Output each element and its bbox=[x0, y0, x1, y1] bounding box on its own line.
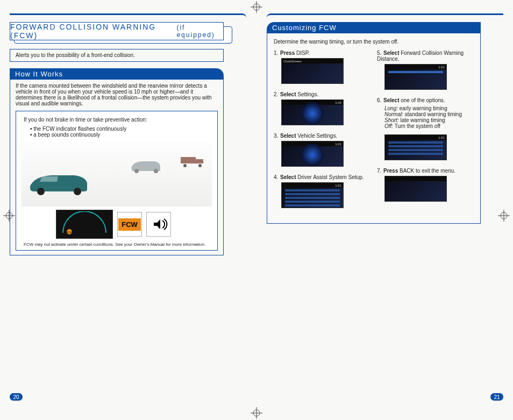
customizing-intro: Determine the warning timing, or turn th… bbox=[274, 39, 474, 45]
screen-back bbox=[384, 176, 447, 202]
page-number-left: 20 bbox=[10, 393, 23, 401]
page-title-block: FORWARD COLLISION WARNING (FCW) (if equi… bbox=[10, 22, 246, 40]
demo-bullet-1: • the FCW indicator flashes continuously bbox=[30, 126, 210, 132]
alert-text: Alerts you to the possibility of a front… bbox=[16, 52, 135, 58]
demo-intro: If you do not brake in time or take prev… bbox=[24, 117, 210, 123]
how-it-works-body: If the camera mounted between the windsh… bbox=[10, 80, 224, 255]
svg-point-18 bbox=[183, 164, 187, 167]
indicator-row: FCW FCW bbox=[24, 210, 210, 239]
svg-point-12 bbox=[37, 188, 45, 195]
fcw-badge: FCW bbox=[117, 212, 142, 237]
svg-text:FCW: FCW bbox=[66, 231, 73, 234]
fcw-options: Long: early warning timing Normal: stand… bbox=[384, 105, 474, 129]
step-1: 1.Press DISP. bbox=[274, 50, 370, 56]
vehicle-own-icon bbox=[26, 168, 90, 196]
steps-col-right: 5.Select Forward Collision Warning Dista… bbox=[377, 50, 474, 216]
demo-bullet-2: • a beep sounds continuously bbox=[30, 132, 210, 138]
step-6: 6.Select one of the options. bbox=[377, 97, 474, 103]
svg-point-19 bbox=[198, 164, 202, 167]
page-number-right: 21 bbox=[490, 393, 503, 401]
how-it-works-text: If the camera mounted between the windsh… bbox=[16, 83, 218, 106]
step-7: 7.Press BACK to exit the menu. bbox=[377, 168, 474, 174]
vehicle-truck-icon bbox=[180, 154, 205, 168]
customizing-header: Customizing FCW bbox=[267, 22, 481, 33]
demo-panel: If you do not brake in time or take prev… bbox=[16, 111, 218, 251]
beep-icon bbox=[146, 212, 171, 237]
screen-fcw-distance: 1:01 bbox=[384, 64, 447, 90]
screen-vehicle-settings: 1:01 bbox=[281, 141, 344, 167]
steps-col-left: 1.Press DISP. ClockScreen 2.Select Setti… bbox=[274, 50, 370, 216]
top-rule bbox=[267, 13, 503, 18]
step-2: 2.Select Settings. bbox=[274, 91, 370, 97]
page-right: Customizing FCW Determine the warning ti… bbox=[267, 13, 503, 420]
crop-mark-icon bbox=[251, 407, 262, 419]
page-left: FORWARD COLLISION WARNING (FCW) (if equi… bbox=[10, 13, 246, 420]
title-sub: (if equipped) bbox=[176, 24, 223, 39]
fcw-footnote: FCW may not activate under certain condi… bbox=[24, 242, 210, 247]
svg-point-15 bbox=[154, 169, 158, 173]
how-it-works-header: How It Works bbox=[10, 68, 224, 80]
screen-driver-assist: 1:01 bbox=[281, 182, 344, 208]
fcw-badge-label: FCW bbox=[118, 218, 141, 231]
page-title: FORWARD COLLISION WARNING (FCW) (if equi… bbox=[10, 22, 224, 40]
screen-options: 1:01 bbox=[384, 134, 447, 160]
step-5: 5.Select Forward Collision Warning Dista… bbox=[377, 50, 474, 62]
customizing-body: Determine the warning timing, or turn th… bbox=[267, 33, 481, 224]
step-3: 3.Select Vehicle Settings. bbox=[274, 133, 370, 139]
alert-box: Alerts you to the possibility of a front… bbox=[10, 49, 224, 62]
top-rule bbox=[10, 13, 246, 18]
step-4: 4.Select Driver Assist System Setup. bbox=[274, 174, 370, 180]
svg-rect-16 bbox=[181, 157, 196, 163]
svg-point-14 bbox=[134, 169, 139, 173]
svg-point-13 bbox=[74, 188, 81, 195]
screen-settings: 1:00 bbox=[281, 99, 344, 125]
crop-mark-icon bbox=[251, 1, 262, 13]
vehicle-ahead-icon bbox=[129, 157, 162, 174]
collision-scene bbox=[22, 142, 212, 207]
svg-rect-17 bbox=[196, 159, 203, 163]
title-main: FORWARD COLLISION WARNING (FCW) bbox=[10, 23, 175, 40]
dashboard-indicator-icon: FCW bbox=[56, 210, 113, 239]
screen-disp: ClockScreen bbox=[281, 58, 344, 84]
